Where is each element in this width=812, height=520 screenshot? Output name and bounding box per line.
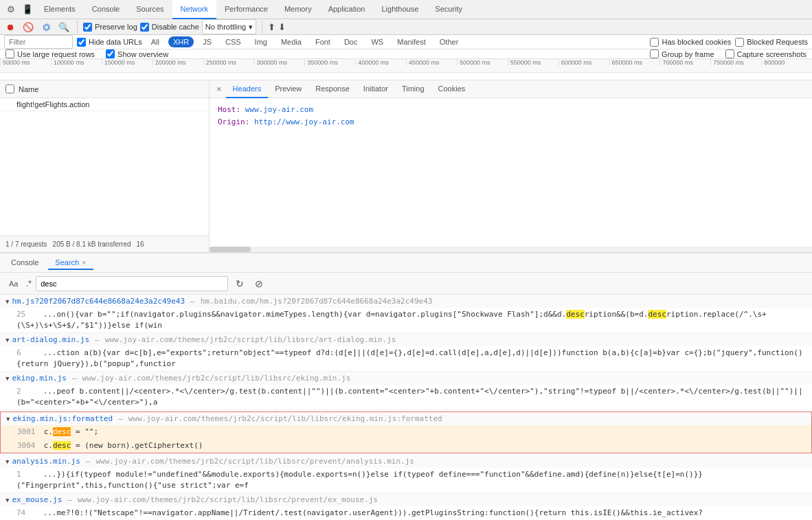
sep-2: — (95, 335, 100, 344)
preserve-log-checkbox[interactable] (83, 23, 92, 32)
file-name-3: eking.min.js (12, 374, 66, 383)
request-item[interactable]: flight!getFlights.action (0, 98, 209, 111)
tab-security[interactable]: Security (427, 0, 471, 19)
filter-ws[interactable]: WS (366, 36, 388, 47)
result-line-4-2[interactable]: 3004 c.desc = (new born).getCiphertext() (1, 439, 811, 453)
result-group-3: ▼ eking.min.js — www.joy-air.com/themes/… (0, 372, 812, 410)
result-line-5-1[interactable]: 1 ...}){if(typeof module!="undefined"&&m… (0, 468, 812, 493)
preserve-log-label[interactable]: Preserve log (83, 23, 137, 32)
search-results: ▼ hm.js?20f2067d87c644e8668a24e3a2c49e43… (0, 295, 812, 520)
filter-manifest[interactable]: Manifest (392, 36, 431, 47)
bottom-tab-console[interactable]: Console (4, 256, 45, 270)
tab-memory[interactable]: Memory (276, 0, 320, 19)
select-all-checkbox[interactable] (5, 84, 14, 93)
result-line-3-1[interactable]: 2 ...peof b.content||/<center>.*<\/cente… (0, 385, 812, 409)
tab-lighthouse[interactable]: Lighthouse (373, 0, 427, 19)
tab-network[interactable]: Network (172, 0, 216, 19)
detail-tab-timing[interactable]: Timing (395, 80, 431, 98)
group-by-frame-checkbox[interactable] (650, 49, 659, 58)
file-url-1: hm.baidu.com/hm.js?20f2067d87c644e8668a2… (201, 297, 433, 306)
result-file-3[interactable]: ▼ eking.min.js — www.joy-air.com/themes/… (0, 372, 812, 385)
result-group-6: ▼ ex_mouse.js — www.joy-air.com/themes/j… (0, 493, 812, 520)
bottom-tabs: Console Search × (0, 253, 812, 273)
detail-tab-initiator[interactable]: Initiator (357, 80, 395, 98)
has-blocked-label[interactable]: Has blocked cookies (650, 38, 731, 47)
hide-data-urls-checkbox[interactable] (77, 38, 86, 47)
details-close[interactable]: × (212, 84, 226, 94)
refresh-button[interactable]: ↻ (232, 276, 247, 291)
large-rows-checkbox[interactable] (5, 49, 14, 58)
show-overview-checkbox[interactable] (106, 49, 115, 58)
search-button[interactable]: 🔍 (56, 19, 71, 34)
tab-sources[interactable]: Sources (128, 0, 172, 19)
triangle-icon-4: ▼ (6, 416, 10, 422)
group-by-frame-label[interactable]: Group by frame (650, 49, 714, 58)
line-num: 6 (16, 348, 38, 359)
filter-js[interactable]: JS (198, 36, 216, 47)
result-file-6[interactable]: ▼ ex_mouse.js — www.joy-air.com/themes/j… (0, 493, 812, 506)
search-tab-close[interactable]: × (82, 258, 86, 267)
tab-elements[interactable]: Elements (36, 0, 84, 19)
devtools-icon-2[interactable]: 📱 (19, 1, 36, 18)
filter-font[interactable]: Font (311, 36, 335, 47)
result-line-2-1[interactable]: 6 ...ction a(b){var d=c[b],e="exports";r… (0, 346, 812, 371)
tab-console[interactable]: Console (84, 0, 128, 19)
tab-application[interactable]: Application (320, 0, 374, 19)
result-group-4: ▼ eking.min.js:formatted — www.joy-air.c… (0, 411, 812, 453)
show-overview-label[interactable]: Show overview (106, 49, 168, 58)
result-file-5[interactable]: ▼ analysis.min.js — www.joy-air.com/them… (0, 455, 812, 468)
file-name-4: eking.min.js:formatted (12, 414, 113, 423)
detail-tab-response[interactable]: Response (308, 80, 357, 98)
result-line-4-1[interactable]: 3001 c.desc = ""; (1, 425, 811, 439)
clear-button[interactable]: 🚫 (21, 19, 36, 34)
preserve-log-text: Preserve log (95, 23, 137, 31)
result-group-5: ▼ analysis.min.js — www.joy-air.com/them… (0, 455, 812, 493)
tab-performance[interactable]: Performance (216, 0, 276, 19)
result-file-2[interactable]: ▼ art-dialog.min.js — www.joy-air.com/th… (0, 333, 812, 346)
disable-cache-checkbox[interactable] (140, 23, 149, 32)
file-name-1: hm.js?20f2067d87c644e8668a24e3a2c49e43 (12, 297, 185, 306)
blocked-requests-label[interactable]: Blocked Requests (735, 38, 808, 47)
details-hscroll-thumb[interactable] (210, 247, 251, 252)
bottom-tab-search[interactable]: Search × (48, 256, 93, 270)
blocked-requests-checkbox[interactable] (735, 38, 744, 47)
disable-cache-label[interactable]: Disable cache (140, 23, 199, 32)
aa-button[interactable]: Aa (5, 278, 21, 290)
search-input[interactable] (36, 276, 228, 291)
result-file-1[interactable]: ▼ hm.js?20f2067d87c644e8668a24e3a2c49e43… (0, 295, 812, 308)
triangle-icon-6: ▼ (5, 497, 9, 504)
filter-other[interactable]: Other (435, 36, 464, 47)
download-icon[interactable]: ⬇ (278, 22, 286, 32)
result-line-6-1[interactable]: 74 ...me?!0:!("Netscape"!==navigator.app… (0, 506, 812, 520)
filter-button[interactable]: ⏣ (38, 19, 54, 34)
regex-button[interactable]: .* (25, 278, 32, 289)
result-line-1-1[interactable]: 25 ...on(){var b="";if(navigator.plugins… (0, 308, 812, 332)
details-content: Host: www.joy-air.com Origin: http://www… (210, 98, 812, 247)
capture-screenshots-checkbox[interactable] (725, 49, 734, 58)
result-file-4[interactable]: ▼ eking.min.js:formatted — www.joy-air.c… (1, 412, 811, 425)
hide-data-urls-label[interactable]: Hide data URLs (77, 38, 142, 47)
bottom-area: Console Search × Aa .* ↻ ⊘ ▼ hm.js?20f20… (0, 252, 812, 520)
triangle-icon-1: ▼ (5, 298, 9, 305)
devtools-icon-1[interactable]: ⚙ (3, 1, 19, 18)
capture-screenshots-label[interactable]: Capture screenshots (725, 49, 807, 58)
filter-media[interactable]: Media (276, 36, 306, 47)
detail-tab-cookies[interactable]: Cookies (431, 80, 473, 98)
details-hscroll[interactable] (210, 247, 812, 252)
large-rows-text: Use large request rows (17, 50, 95, 58)
upload-icon[interactable]: ⬆ (268, 22, 275, 32)
has-blocked-checkbox[interactable] (650, 38, 659, 47)
filter-input[interactable] (4, 35, 73, 49)
detail-tab-preview[interactable]: Preview (268, 80, 308, 98)
clear-search-button[interactable]: ⊘ (251, 276, 267, 291)
file-url-3: www.joy-air.com/themes/jrb2c/script/lib/… (82, 374, 351, 383)
record-button[interactable]: ⏺ (3, 19, 18, 34)
filter-xhr[interactable]: XHR (168, 36, 194, 47)
filter-img[interactable]: Img (250, 36, 272, 47)
large-rows-label[interactable]: Use large request rows (5, 49, 95, 58)
filter-all[interactable]: All (146, 36, 164, 47)
detail-tab-headers[interactable]: Headers (226, 80, 269, 98)
filter-doc[interactable]: Doc (339, 36, 363, 47)
throttle-select[interactable]: No throttling ▾ (202, 19, 256, 34)
filter-css[interactable]: CSS (221, 36, 246, 47)
